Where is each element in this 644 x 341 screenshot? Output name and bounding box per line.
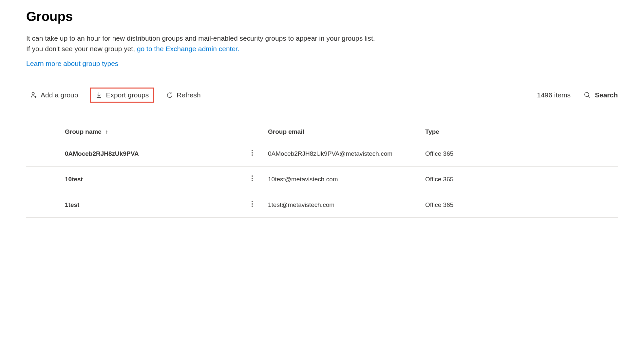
cell-group-type: Office 365 (423, 167, 618, 192)
cell-group-name[interactable]: 10test (62, 167, 239, 192)
toolbar-left: Add a group Export groups Refresh (26, 88, 529, 103)
toolbar: Add a group Export groups Refresh 1496 i… (26, 84, 618, 107)
column-checkbox (26, 123, 62, 141)
toolbar-divider (26, 81, 618, 81)
refresh-icon (166, 91, 173, 99)
cell-group-name[interactable]: 0AMoceb2RJH8zUk9PVA (62, 141, 239, 167)
groups-table: Group name ↑ Group email Type 0AMoceb2RJ… (26, 123, 618, 218)
refresh-button[interactable]: Refresh (162, 89, 205, 102)
refresh-label: Refresh (177, 91, 201, 99)
search-icon (584, 91, 591, 99)
more-vertical-icon (252, 174, 253, 182)
cell-group-type: Office 365 (423, 192, 618, 218)
more-vertical-icon (252, 149, 253, 157)
export-groups-label: Export groups (106, 91, 149, 99)
page-title: Groups (26, 9, 618, 24)
learn-more-link[interactable]: Learn more about group types (26, 60, 618, 68)
cell-group-type: Office 365 (423, 141, 618, 167)
row-actions-button[interactable] (239, 141, 265, 167)
search-button[interactable]: Search (584, 91, 618, 99)
table-row[interactable]: 1test 1test@metavistech.com Office 365 (26, 192, 618, 218)
table-row[interactable]: 0AMoceb2RJH8zUk9PVA 0AMoceb2RJH8zUk9PVA@… (26, 141, 618, 167)
more-vertical-icon (252, 200, 253, 208)
groups-table-container: Group name ↑ Group email Type 0AMoceb2RJ… (26, 123, 618, 218)
cell-group-email: 1test@metavistech.com (265, 192, 423, 218)
column-actions (239, 123, 265, 141)
item-count: 1496 items (537, 91, 571, 99)
toolbar-right: 1496 items Search (537, 91, 618, 99)
table-row[interactable]: 10test 10test@metavistech.com Office 365 (26, 167, 618, 192)
cell-group-name[interactable]: 1test (62, 192, 239, 218)
add-group-label: Add a group (41, 91, 78, 99)
svg-point-5 (585, 92, 589, 97)
download-icon (95, 91, 103, 99)
cell-group-email: 10test@metavistech.com (265, 167, 423, 192)
exchange-admin-link[interactable]: go to the Exchange admin center. (137, 45, 239, 52)
column-header-name-label: Group name (65, 128, 102, 135)
export-groups-button[interactable]: Export groups (90, 88, 154, 103)
svg-point-0 (32, 92, 34, 95)
add-person-icon (30, 91, 37, 99)
search-label: Search (595, 91, 618, 99)
table-header-row: Group name ↑ Group email Type (26, 123, 618, 141)
row-checkbox-cell (26, 192, 62, 218)
row-actions-button[interactable] (239, 192, 265, 218)
cell-group-email: 0AMoceb2RJH8zUk9PVA@metavistech.com (265, 141, 423, 167)
svg-line-6 (588, 96, 590, 98)
row-actions-button[interactable] (239, 167, 265, 192)
row-checkbox-cell (26, 167, 62, 192)
sort-ascending-icon: ↑ (105, 129, 108, 135)
column-header-email[interactable]: Group email (265, 123, 423, 141)
row-checkbox-cell (26, 141, 62, 167)
column-header-type[interactable]: Type (423, 123, 618, 141)
add-group-button[interactable]: Add a group (26, 89, 82, 102)
page-description: It can take up to an hour for new distri… (26, 33, 380, 54)
column-header-name[interactable]: Group name ↑ (62, 123, 239, 141)
